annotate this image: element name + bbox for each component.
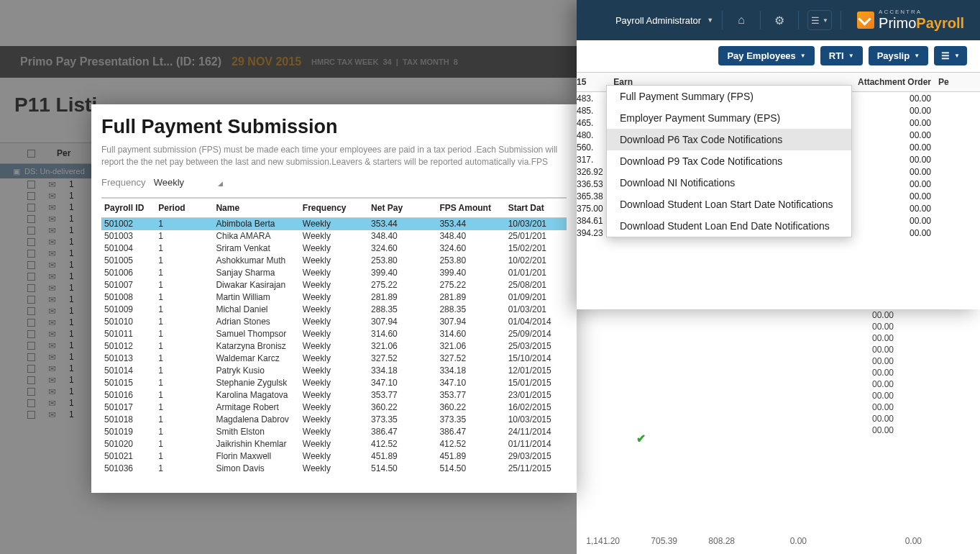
brand: ACCENTRA PrimoPayroll (857, 9, 964, 32)
fps-row[interactable]: 5010201Jaikrishin KhemlarWeekly412.52412… (101, 438, 567, 450)
rti-menu-item[interactable]: Employer Payment Summary (EPS) (607, 107, 851, 129)
checkmark-icon: ✔ (636, 432, 646, 445)
page-title: P11 Listi (14, 94, 97, 117)
fps-row[interactable]: 5010091Michal DanielWeekly288.35288.3501… (101, 304, 567, 316)
company-name: Primo Pay Presentation Lt... (ID: 162) (20, 55, 221, 68)
column-header[interactable]: Payroll ID (101, 198, 155, 218)
payslip-button[interactable]: Payslip▼ (869, 46, 928, 65)
column-header[interactable]: Period (155, 198, 213, 218)
admin-dropdown[interactable]: Payroll Administrator▼ (615, 15, 713, 26)
fps-row[interactable]: 5010071Diwakar KasirajanWeekly275.22275.… (101, 279, 567, 291)
fps-row[interactable]: 5010161Karolina MagatovaWeekly353.77353.… (101, 389, 567, 401)
fps-row[interactable]: 5010361Simon DavisWeekly514.50514.5025/1… (101, 463, 567, 475)
fps-row[interactable]: 5010101Adrian StonesWeekly307.94307.9401… (101, 316, 567, 328)
frequency-selector[interactable]: Frequency Weekly ◢ (101, 176, 567, 190)
fps-row[interactable]: 5010211Florin MaxwellWeekly451.89451.892… (101, 450, 567, 463)
rti-menu-item[interactable]: Download Student Loan Start Date Notific… (607, 194, 851, 215)
fps-row[interactable]: 5010141Patryk KusioWeekly334.18334.1812/… (101, 365, 567, 377)
caret-down-icon: ▼ (707, 17, 713, 24)
company-date: 29 NOV 2015 (232, 55, 301, 68)
rti-menu-item[interactable]: Download Student Loan End Date Notificat… (607, 215, 851, 237)
fps-row[interactable]: 5010121Katarzyna BroniszWeekly321.06321.… (101, 340, 567, 353)
rti-dropdown[interactable]: Full Payment Summary (FPS)Employer Payme… (606, 85, 852, 237)
rti-menu-item[interactable]: Download P6 Tax Code Notifications (607, 129, 851, 150)
action-hamburger[interactable]: ☰ ▼ (934, 46, 967, 65)
rti-button[interactable]: RTI▼ (820, 46, 863, 65)
brand-logo-icon (857, 12, 874, 29)
rti-menu-item[interactable]: Full Payment Summary (FPS) (607, 86, 851, 107)
ext-row: 00.00 (577, 309, 980, 321)
column-header[interactable]: FPS Amount (436, 198, 505, 218)
rti-menu-item[interactable]: Download NI Notifications (607, 172, 851, 194)
ext-row: 00.00 (577, 332, 980, 344)
pay-employees-button[interactable]: Pay Employees▼ (718, 46, 814, 65)
fps-modal: Full Payment Submission Full payment sub… (91, 104, 577, 493)
modal-title: Full Payment Submission (101, 116, 567, 138)
fps-row[interactable]: 5010021Abimbola BertaWeekly353.44353.441… (101, 217, 567, 230)
fps-row[interactable]: 5010111Samuel ThompsorWeekly314.60314.60… (101, 328, 567, 340)
modal-desc: Full payment submission (FPS) must be ma… (101, 144, 567, 168)
column-header[interactable]: Start Dat (505, 198, 567, 218)
chevron-down-icon: ◢ (218, 180, 223, 187)
column-header[interactable]: Frequency (300, 198, 368, 218)
fps-row[interactable]: 5010131Waldemar KarczWeekly327.52327.521… (101, 353, 567, 365)
fps-row[interactable]: 5010051Ashokkumar MuthWeekly253.80253.80… (101, 255, 567, 267)
fps-row[interactable]: 5010081Martin WilliamWeekly281.89281.890… (101, 291, 567, 304)
ext-row: 00.00 (577, 390, 980, 401)
ext-row: 00.00 (577, 378, 980, 390)
fps-row[interactable]: 5010171Armitage RobertWeekly360.22360.22… (101, 401, 567, 414)
ext-row: 00.00 (577, 367, 980, 378)
ext-row: 00.00 (577, 413, 980, 424)
action-bar: Pay Employees▼ RTI▼ Payslip▼ ☰ ▼ (577, 40, 980, 72)
ext-row: 00.00 (577, 401, 980, 413)
gear-icon[interactable]: ⚙ (769, 10, 789, 30)
fps-row[interactable]: 5010181Magdalena DabrovWeekly373.35373.3… (101, 414, 567, 426)
fps-row[interactable]: 5010031Chika AMARAWeekly348.40348.4025/0… (101, 230, 567, 242)
ext-row: 00.00 (577, 355, 980, 367)
footer-totals: 1,141.20 705.39 808.28 0.00 0.00 (577, 536, 980, 546)
column-header[interactable]: Name (213, 198, 299, 218)
fps-row[interactable]: 5010061Sanjay SharmaWeekly399.40399.4001… (101, 267, 567, 279)
home-icon[interactable]: ⌂ (731, 10, 751, 30)
fps-row[interactable]: 5010041Sriram VenkatWeekly324.60324.6015… (101, 242, 567, 255)
fps-row[interactable]: 5010151Stephanie ZygulskWeekly347.10347.… (101, 377, 567, 389)
hamburger-menu[interactable]: ☰ ▼ (807, 10, 832, 30)
ext-row: 00.00 (577, 344, 980, 355)
rti-menu-item[interactable]: Download P9 Tax Code Notifications (607, 150, 851, 172)
fps-row[interactable]: 5010191Smith ElstonWeekly386.47386.4724/… (101, 426, 567, 438)
ext-row: 00.00 (577, 321, 980, 332)
column-header[interactable]: Net Pay (368, 198, 436, 218)
top-bar: Payroll Administrator▼ ⌂ ⚙ ☰ ▼ ACCENTRA … (577, 0, 980, 40)
fps-table[interactable]: Payroll IDPeriodNameFrequencyNet PayFPS … (101, 197, 567, 475)
